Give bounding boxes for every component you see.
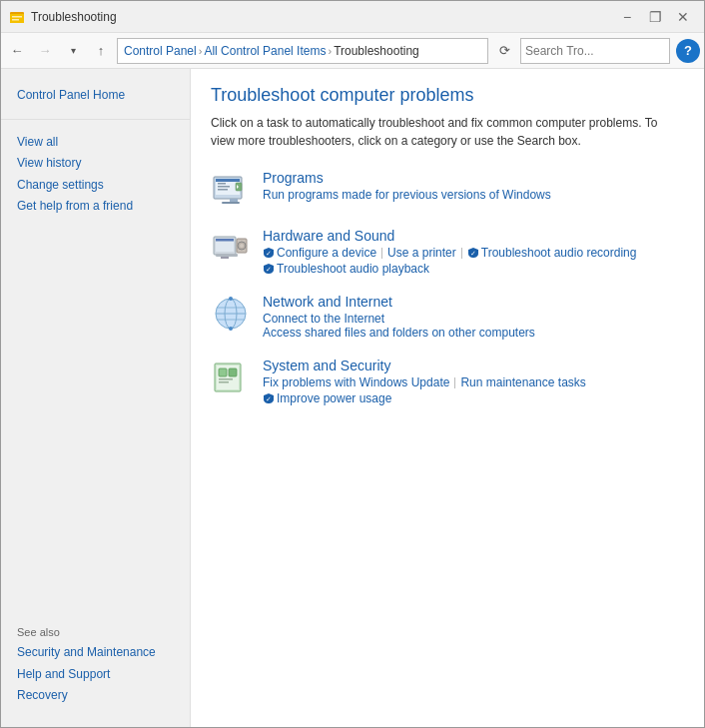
svg-rect-34 [219, 368, 227, 376]
svg-text:✓: ✓ [266, 250, 272, 257]
sidebar-change-settings[interactable]: Change settings [17, 175, 174, 197]
hardware-link-0[interactable]: ✓ Configure a device [263, 246, 376, 260]
category-security: System and Security Fix problems with Wi… [211, 358, 684, 405]
sidebar-security-maintenance[interactable]: Security and Maintenance [17, 642, 174, 664]
svg-text:✓: ✓ [266, 395, 272, 402]
sidebar-recovery[interactable]: Recovery [17, 685, 174, 707]
breadcrumb-control-panel[interactable]: Control Panel [124, 44, 197, 58]
restore-button[interactable]: ❐ [642, 7, 668, 27]
programs-links: Run programs made for previous versions … [263, 188, 684, 202]
programs-link-0[interactable]: Run programs made for previous versions … [263, 188, 551, 202]
breadcrumb-current: Troubleshooting [334, 44, 419, 58]
hardware-printer[interactable]: Use a printer [387, 246, 456, 260]
svg-rect-21 [221, 257, 229, 259]
sidebar-divider-1 [1, 119, 190, 120]
security-link-2[interactable]: ✓ Improve power usage [263, 391, 391, 405]
forward-button[interactable]: → [33, 39, 57, 63]
title-bar: Troubleshooting − ❐ ✕ [1, 1, 704, 33]
sidebar-view-history[interactable]: View history [17, 153, 174, 175]
svg-rect-36 [219, 381, 229, 383]
window-controls: − ❐ ✕ [614, 7, 696, 27]
svg-rect-9 [218, 189, 228, 191]
content-area: Troubleshoot computer problems Click on … [191, 69, 704, 727]
category-network: Network and Internet Connect to the Inte… [211, 294, 684, 340]
svg-rect-2 [12, 16, 22, 18]
back-button[interactable]: ← [5, 39, 29, 63]
sidebar-main-section: Control Panel Home [1, 81, 190, 111]
category-programs: Programs Run programs made for previous … [211, 170, 684, 210]
security-info: System and Security Fix problems with Wi… [263, 358, 684, 405]
help-button[interactable]: ? [676, 39, 700, 63]
programs-info: Programs Run programs made for previous … [263, 170, 684, 202]
hardware-audio-playback[interactable]: ✓ Troubleshoot audio playback [263, 262, 429, 276]
security-icon [211, 358, 251, 397]
network-info: Network and Internet Connect to the Inte… [263, 294, 684, 340]
svg-text:✓: ✓ [266, 266, 272, 273]
minimize-button[interactable]: − [614, 7, 640, 27]
sidebar-see-also: See also Security and Maintenance Help a… [1, 618, 190, 715]
svg-point-31 [229, 327, 233, 331]
svg-rect-20 [216, 254, 238, 257]
network-title[interactable]: Network and Internet [263, 294, 684, 310]
app-icon [9, 9, 25, 25]
network-icon [211, 294, 251, 334]
window-title: Troubleshooting [31, 10, 614, 24]
security-links: Fix problems with Windows Update Run mai… [263, 375, 684, 405]
svg-point-19 [240, 244, 244, 248]
main-layout: Control Panel Home View all View history… [1, 69, 704, 727]
programs-title[interactable]: Programs [263, 170, 684, 186]
recent-button[interactable]: ▾ [61, 39, 85, 63]
hardware-configure[interactable]: Configure a device [277, 246, 376, 260]
address-bar: ← → ▾ ↑ Control Panel › All Control Pane… [1, 33, 704, 69]
sidebar-spacer [1, 222, 190, 618]
breadcrumb: Control Panel › All Control Panel Items … [117, 38, 488, 64]
sidebar-links-section: View all View history Change settings Ge… [1, 128, 190, 222]
svg-rect-16 [216, 239, 234, 242]
hardware-audio-recording[interactable]: ✓ Troubleshoot audio recording [467, 246, 637, 260]
svg-rect-37 [229, 368, 237, 376]
network-links: Connect to the Internet Access shared fi… [263, 312, 684, 340]
hardware-info: Hardware and Sound ✓ Configure a device … [263, 228, 684, 276]
svg-rect-1 [10, 14, 24, 23]
sidebar-control-panel-home[interactable]: Control Panel Home [17, 85, 174, 107]
search-input[interactable] [525, 44, 675, 58]
svg-rect-8 [218, 186, 230, 188]
svg-rect-7 [218, 183, 226, 185]
svg-rect-35 [219, 378, 233, 380]
svg-rect-11 [222, 202, 240, 204]
security-link-0[interactable]: Fix problems with Windows Update [263, 375, 449, 389]
svg-text:✓: ✓ [470, 250, 476, 257]
hardware-title[interactable]: Hardware and Sound [263, 228, 684, 244]
category-hardware: Hardware and Sound ✓ Configure a device … [211, 228, 684, 276]
sidebar-get-help[interactable]: Get help from a friend [17, 196, 174, 218]
refresh-button[interactable]: ⟳ [492, 39, 516, 63]
breadcrumb-all-items[interactable]: All Control Panel Items [204, 44, 326, 58]
up-button[interactable]: ↑ [89, 39, 113, 63]
network-link-1[interactable]: Access shared files and folders on other… [263, 326, 535, 340]
page-title: Troubleshoot computer problems [211, 85, 684, 106]
svg-rect-3 [12, 19, 19, 21]
sidebar: Control Panel Home View all View history… [1, 69, 191, 727]
hardware-links: ✓ Configure a device Use a printer ✓ Tro… [263, 246, 684, 276]
sidebar-help-support[interactable]: Help and Support [17, 664, 174, 686]
see-also-label: See also [17, 626, 174, 638]
network-link-0[interactable]: Connect to the Internet [263, 312, 384, 326]
sidebar-view-all[interactable]: View all [17, 132, 174, 154]
svg-rect-10 [230, 199, 238, 202]
page-description: Click on a task to automatically trouble… [211, 114, 684, 150]
svg-point-30 [229, 297, 233, 301]
close-button[interactable]: ✕ [670, 7, 696, 27]
security-link-1[interactable]: Run maintenance tasks [460, 375, 585, 389]
hardware-icon [211, 228, 251, 268]
svg-rect-6 [216, 179, 240, 182]
security-title[interactable]: System and Security [263, 358, 684, 373]
programs-icon [211, 170, 251, 210]
search-box: 🔍 [520, 38, 670, 64]
